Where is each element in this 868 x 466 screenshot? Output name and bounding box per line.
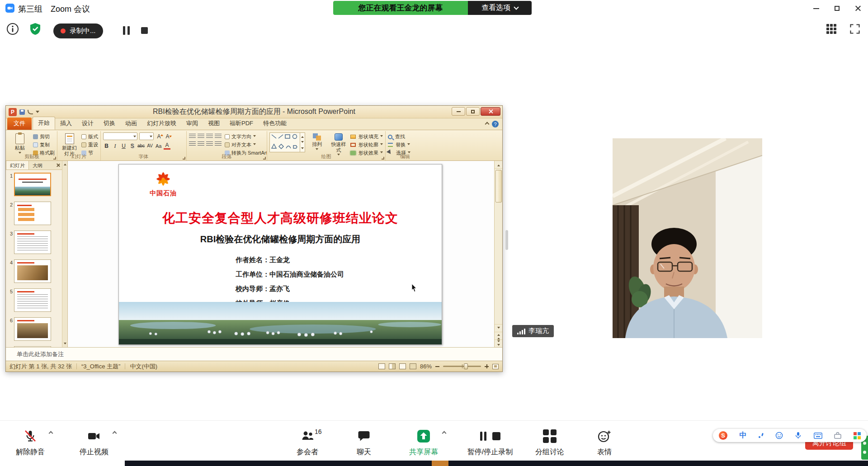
taskbar-active-app[interactable] <box>432 461 448 466</box>
tab-review[interactable]: 审阅 <box>181 118 203 130</box>
slide-thumbnail-3[interactable]: 3 <box>7 231 61 254</box>
font-size-select[interactable] <box>139 132 154 140</box>
chat-button[interactable]: 聊天 <box>330 429 398 457</box>
align-left-icon[interactable] <box>189 141 196 146</box>
find-button[interactable]: 查找 <box>388 133 422 140</box>
shape-outline-button[interactable]: 形状轮廓 <box>350 141 383 148</box>
video-options-chevron[interactable] <box>113 431 117 436</box>
close-button[interactable] <box>847 0 868 17</box>
save-icon[interactable] <box>19 109 25 115</box>
slideshow-view-button[interactable] <box>410 363 416 369</box>
pause-stop-recording-button[interactable]: 暂停/停止录制 <box>456 429 524 457</box>
notes-pane[interactable]: 单击此处添加备注 <box>6 347 502 361</box>
slide-thumbnail-6[interactable]: 6 <box>7 317 61 341</box>
ime-apps-grid-icon[interactable] <box>854 432 861 439</box>
justify-icon[interactable] <box>215 141 222 146</box>
text-shadow-button[interactable]: S <box>129 142 136 150</box>
shapes-scroll[interactable] <box>300 133 305 152</box>
minimize-ribbon-icon[interactable] <box>485 122 490 127</box>
underline-button[interactable]: U <box>120 142 127 150</box>
shrink-font-button[interactable]: A <box>164 133 171 140</box>
fullscreen-icon[interactable] <box>849 23 861 35</box>
panel-scrollbar[interactable] <box>62 161 67 347</box>
sogou-logo-icon[interactable]: S <box>719 431 727 440</box>
dialog-launcher-icon[interactable] <box>382 157 384 160</box>
emoji-icon[interactable] <box>775 432 783 439</box>
unmute-button[interactable]: 解除静音 <box>0 429 64 457</box>
normal-view-button[interactable] <box>378 363 385 369</box>
slide-scrollbar[interactable] <box>494 161 502 347</box>
tab-design[interactable]: 设计 <box>77 118 99 130</box>
tab-transitions[interactable]: 切换 <box>99 118 120 130</box>
scroll-handle[interactable] <box>505 230 508 250</box>
copy-button[interactable]: 复制 <box>33 141 55 148</box>
align-center-icon[interactable] <box>198 141 204 146</box>
italic-button[interactable]: I <box>112 142 118 150</box>
pause-recording-button[interactable] <box>123 26 130 35</box>
zoom-slider[interactable] <box>443 366 481 367</box>
align-text-button[interactable]: 对齐文本 <box>225 141 267 148</box>
share-options-chevron[interactable] <box>442 431 447 436</box>
tab-file[interactable]: 文件 <box>7 118 32 130</box>
next-slide-button[interactable] <box>495 339 502 347</box>
line-spacing-icon[interactable] <box>215 134 222 139</box>
share-screen-button[interactable]: 共享屏幕 <box>390 429 458 457</box>
previous-slide-button[interactable] <box>495 332 502 339</box>
zoom-out-button[interactable] <box>435 366 439 367</box>
zoom-slider-thumb[interactable] <box>464 363 468 369</box>
bullets-icon[interactable] <box>189 134 196 139</box>
slide-thumbnail-4[interactable]: 4 <box>7 259 61 283</box>
slide-sorter-view-button[interactable] <box>389 363 396 369</box>
dialog-launcher-icon[interactable] <box>183 157 185 160</box>
reading-view-button[interactable] <box>399 363 406 369</box>
character-spacing-button[interactable]: AV <box>146 142 153 150</box>
panel-tab-slides[interactable]: 幻灯片 <box>6 161 29 169</box>
tab-home[interactable]: 开始 <box>33 117 55 130</box>
replace-button[interactable]: 替换 <box>388 141 422 148</box>
minimize-button[interactable] <box>806 0 826 17</box>
gallery-view-icon[interactable] <box>826 24 836 34</box>
powerpoint-app-icon[interactable]: P <box>9 108 17 116</box>
layout-button[interactable]: 版式 <box>81 133 98 140</box>
tab-animations[interactable]: 动画 <box>120 118 142 130</box>
maximize-button[interactable] <box>826 0 847 17</box>
scrollbar-thumb[interactable] <box>495 170 502 202</box>
text-direction-button[interactable]: 文字方向 <box>225 133 267 140</box>
reset-button[interactable]: 重设 <box>81 141 98 148</box>
shape-fill-button[interactable]: 形状填充 <box>350 133 383 140</box>
stop-video-button[interactable]: 停止视频 <box>60 429 128 457</box>
slide-thumbnail-2[interactable]: 2 <box>7 202 61 225</box>
keyboard-icon[interactable] <box>814 433 822 439</box>
tab-slideshow[interactable]: 幻灯片放映 <box>142 118 181 130</box>
ppt-minimize-button[interactable] <box>452 107 465 116</box>
stop-recording-button[interactable] <box>141 27 148 34</box>
dialog-launcher-icon[interactable] <box>53 157 56 160</box>
slide-thumbnail-5[interactable]: 5 <box>7 288 61 312</box>
tab-insert[interactable]: 插入 <box>55 118 77 130</box>
cut-button[interactable]: 剪切 <box>33 133 55 140</box>
ime-mode-toggle[interactable]: 中 <box>740 431 747 440</box>
shapes-gallery[interactable] <box>269 132 305 152</box>
bold-button[interactable]: B <box>103 142 110 150</box>
participant-video-tile[interactable] <box>613 138 762 338</box>
voice-input-icon[interactable] <box>795 432 802 439</box>
punctuation-icon[interactable] <box>759 433 763 439</box>
font-family-select[interactable] <box>103 132 137 140</box>
font-color-button[interactable]: A <box>164 142 170 150</box>
reactions-button[interactable]: 表情 <box>571 429 638 457</box>
ppt-maximize-button[interactable] <box>466 107 480 116</box>
panel-close-icon[interactable] <box>56 163 60 167</box>
strikethrough-button[interactable]: abc <box>137 142 145 150</box>
zoom-in-button[interactable] <box>485 364 489 368</box>
tab-foxit-pdf[interactable]: 福昕PDF <box>225 118 258 130</box>
scroll-down-button[interactable] <box>495 324 502 332</box>
undo-icon[interactable] <box>28 110 33 114</box>
align-right-icon[interactable] <box>206 141 213 146</box>
ppt-close-button[interactable] <box>481 107 500 116</box>
fit-to-window-button[interactable] <box>492 364 499 369</box>
meeting-info-button[interactable] <box>6 23 19 35</box>
grow-font-button[interactable]: A <box>156 133 162 140</box>
slide-canvas[interactable]: 中国石油 化工安全复合型人才高级研修班结业论文 RBI检验在优化储罐检修周期方面… <box>118 164 442 345</box>
dialog-launcher-icon[interactable] <box>263 157 266 160</box>
indent-icon[interactable] <box>206 134 213 139</box>
